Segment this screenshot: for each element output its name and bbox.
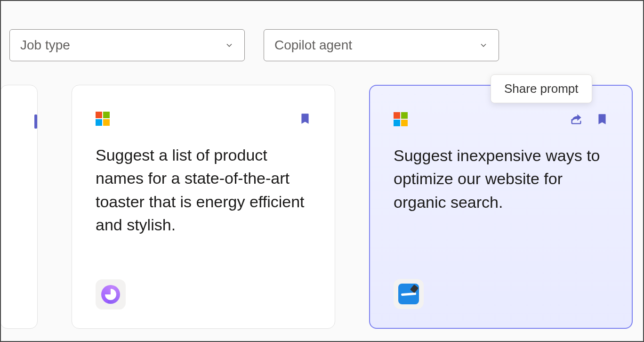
prompt-card-partial[interactable] <box>0 85 38 329</box>
prompt-text: Suggest inexpensive ways to optimize our… <box>394 144 608 279</box>
whiteboard-app-icon <box>394 279 424 309</box>
bookmark-icon[interactable] <box>299 112 311 126</box>
copilot-agent-label: Copilot agent <box>274 38 352 53</box>
job-type-dropdown[interactable]: Job type <box>9 29 245 61</box>
loop-app-icon <box>96 279 126 309</box>
bookmark-icon[interactable] <box>596 112 608 126</box>
share-prompt-tooltip: Share prompt <box>491 74 592 103</box>
prompt-card-active[interactable]: Suggest inexpensive ways to optimize our… <box>369 85 633 329</box>
chevron-down-icon <box>225 41 234 50</box>
prompt-cards-row: Suggest a list of product names for a st… <box>0 85 635 329</box>
job-type-label: Job type <box>20 38 70 53</box>
chevron-down-icon <box>479 41 488 50</box>
prompt-text: Suggest a list of product names for a st… <box>96 144 311 279</box>
copilot-agent-dropdown[interactable]: Copilot agent <box>264 29 499 61</box>
share-icon[interactable] <box>570 113 583 126</box>
prompt-card[interactable]: Suggest a list of product names for a st… <box>72 85 335 329</box>
microsoft-logo-icon <box>394 112 408 126</box>
filter-bar: Job type Copilot agent <box>9 29 635 61</box>
microsoft-logo-icon <box>96 112 110 126</box>
